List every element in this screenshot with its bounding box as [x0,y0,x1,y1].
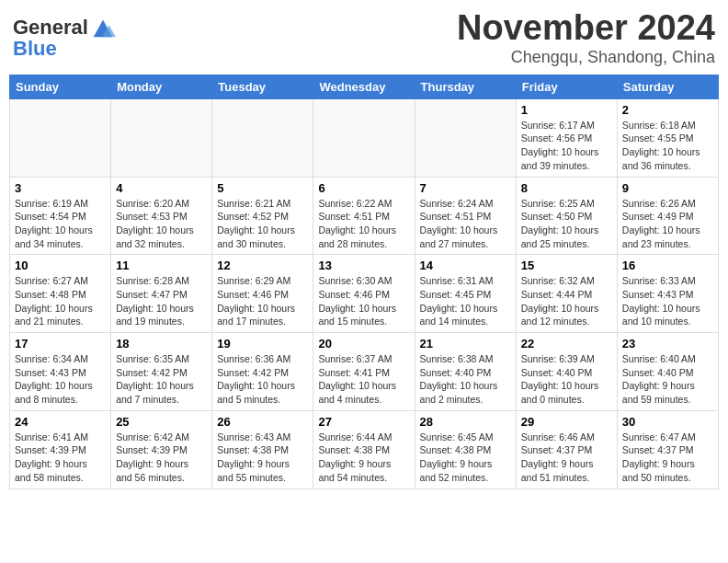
day-number: 25 [116,415,207,429]
calendar-cell: 22Sunrise: 6:39 AM Sunset: 4:40 PM Dayli… [516,333,617,411]
page-header: General Blue November 2024 Chengqu, Shan… [9,9,719,67]
day-number: 20 [318,337,409,350]
day-info: Sunrise: 6:19 AM Sunset: 4:54 PM Dayligh… [15,197,106,251]
calendar-cell: 14Sunrise: 6:31 AM Sunset: 4:45 PM Dayli… [415,255,516,333]
logo: General Blue [13,15,116,61]
month-title: November 2024 [457,9,715,48]
weekday-header-saturday: Saturday [617,75,718,98]
day-number: 11 [116,259,207,272]
calendar-cell: 28Sunrise: 6:45 AM Sunset: 4:38 PM Dayli… [415,410,516,488]
calendar-cell: 9Sunrise: 6:26 AM Sunset: 4:49 PM Daylig… [617,177,718,255]
calendar-cell: 23Sunrise: 6:40 AM Sunset: 4:40 PM Dayli… [617,333,718,411]
weekday-header-friday: Friday [516,75,617,98]
day-info: Sunrise: 6:36 AM Sunset: 4:42 PM Dayligh… [217,352,308,407]
calendar-week-1: 1Sunrise: 6:17 AM Sunset: 4:56 PM Daylig… [10,98,719,177]
day-number: 7 [420,181,511,195]
day-number: 15 [521,259,612,272]
day-number: 13 [318,259,409,272]
location-subtitle: Chengqu, Shandong, China [457,48,715,67]
calendar-week-5: 24Sunrise: 6:41 AM Sunset: 4:39 PM Dayli… [10,410,719,488]
day-number: 8 [521,181,612,195]
calendar-cell [415,98,516,177]
day-info: Sunrise: 6:44 AM Sunset: 4:38 PM Dayligh… [318,431,409,485]
day-number: 3 [15,181,106,195]
day-info: Sunrise: 6:28 AM Sunset: 4:47 PM Dayligh… [116,274,207,328]
calendar-cell: 20Sunrise: 6:37 AM Sunset: 4:41 PM Dayli… [313,333,415,411]
day-info: Sunrise: 6:32 AM Sunset: 4:44 PM Dayligh… [521,274,612,328]
calendar-cell: 18Sunrise: 6:35 AM Sunset: 4:42 PM Dayli… [111,333,212,411]
day-number: 29 [521,415,612,429]
calendar-cell: 13Sunrise: 6:30 AM Sunset: 4:46 PM Dayli… [313,255,415,333]
day-number: 12 [217,259,308,272]
day-info: Sunrise: 6:29 AM Sunset: 4:46 PM Dayligh… [217,274,308,328]
calendar-cell: 25Sunrise: 6:42 AM Sunset: 4:39 PM Dayli… [111,410,212,488]
day-info: Sunrise: 6:46 AM Sunset: 4:37 PM Dayligh… [521,431,612,485]
weekday-header-thursday: Thursday [415,75,516,98]
day-number: 1 [521,103,612,117]
day-number: 26 [217,415,308,429]
day-number: 24 [15,415,106,429]
day-info: Sunrise: 6:21 AM Sunset: 4:52 PM Dayligh… [217,197,308,251]
calendar-cell: 11Sunrise: 6:28 AM Sunset: 4:47 PM Dayli… [111,255,212,333]
calendar-cell: 29Sunrise: 6:46 AM Sunset: 4:37 PM Dayli… [516,410,617,488]
weekday-header-monday: Monday [111,75,212,98]
weekday-header-sunday: Sunday [10,75,111,98]
day-info: Sunrise: 6:25 AM Sunset: 4:50 PM Dayligh… [521,197,612,251]
day-number: 16 [622,259,713,272]
calendar-table: SundayMondayTuesdayWednesdayThursdayFrid… [9,75,719,489]
day-info: Sunrise: 6:26 AM Sunset: 4:49 PM Dayligh… [622,197,713,251]
day-info: Sunrise: 6:39 AM Sunset: 4:40 PM Dayligh… [521,352,612,407]
calendar-cell: 26Sunrise: 6:43 AM Sunset: 4:38 PM Dayli… [212,410,313,488]
calendar-cell: 4Sunrise: 6:20 AM Sunset: 4:53 PM Daylig… [111,177,212,255]
day-number: 2 [622,103,713,117]
day-info: Sunrise: 6:41 AM Sunset: 4:39 PM Dayligh… [15,431,106,485]
day-info: Sunrise: 6:33 AM Sunset: 4:43 PM Dayligh… [622,274,713,328]
calendar-cell [212,98,313,177]
day-info: Sunrise: 6:17 AM Sunset: 4:56 PM Dayligh… [521,119,612,173]
day-info: Sunrise: 6:37 AM Sunset: 4:41 PM Dayligh… [318,352,409,407]
calendar-cell: 8Sunrise: 6:25 AM Sunset: 4:50 PM Daylig… [516,177,617,255]
calendar-cell: 6Sunrise: 6:22 AM Sunset: 4:51 PM Daylig… [313,177,415,255]
calendar-cell: 3Sunrise: 6:19 AM Sunset: 4:54 PM Daylig… [10,177,111,255]
weekday-header-wednesday: Wednesday [313,75,415,98]
day-info: Sunrise: 6:24 AM Sunset: 4:51 PM Dayligh… [420,197,511,251]
day-info: Sunrise: 6:31 AM Sunset: 4:45 PM Dayligh… [420,274,511,328]
calendar-cell: 30Sunrise: 6:47 AM Sunset: 4:37 PM Dayli… [617,410,718,488]
day-number: 21 [420,337,511,350]
day-number: 17 [15,337,106,350]
day-number: 30 [622,415,713,429]
day-info: Sunrise: 6:20 AM Sunset: 4:53 PM Dayligh… [116,197,207,251]
calendar-cell [10,98,111,177]
day-number: 6 [318,181,409,195]
calendar-cell: 27Sunrise: 6:44 AM Sunset: 4:38 PM Dayli… [313,410,415,488]
day-number: 10 [15,259,106,272]
calendar-cell [313,98,415,177]
day-number: 23 [622,337,713,350]
day-info: Sunrise: 6:42 AM Sunset: 4:39 PM Dayligh… [116,431,207,485]
calendar-cell: 5Sunrise: 6:21 AM Sunset: 4:52 PM Daylig… [212,177,313,255]
calendar-cell: 2Sunrise: 6:18 AM Sunset: 4:55 PM Daylig… [617,98,718,177]
calendar-week-3: 10Sunrise: 6:27 AM Sunset: 4:48 PM Dayli… [10,255,719,333]
day-number: 9 [622,181,713,195]
day-info: Sunrise: 6:35 AM Sunset: 4:42 PM Dayligh… [116,352,207,407]
calendar-cell: 24Sunrise: 6:41 AM Sunset: 4:39 PM Dayli… [10,410,111,488]
weekday-header-tuesday: Tuesday [212,75,313,98]
day-info: Sunrise: 6:22 AM Sunset: 4:51 PM Dayligh… [318,197,409,251]
day-info: Sunrise: 6:38 AM Sunset: 4:40 PM Dayligh… [420,352,511,407]
logo-icon [90,15,116,40]
calendar-cell: 17Sunrise: 6:34 AM Sunset: 4:43 PM Dayli… [10,333,111,411]
day-number: 22 [521,337,612,350]
day-info: Sunrise: 6:45 AM Sunset: 4:38 PM Dayligh… [420,431,511,485]
day-number: 18 [116,337,207,350]
calendar-cell: 1Sunrise: 6:17 AM Sunset: 4:56 PM Daylig… [516,98,617,177]
day-number: 14 [420,259,511,272]
calendar-cell: 7Sunrise: 6:24 AM Sunset: 4:51 PM Daylig… [415,177,516,255]
day-info: Sunrise: 6:18 AM Sunset: 4:55 PM Dayligh… [622,119,713,173]
day-info: Sunrise: 6:43 AM Sunset: 4:38 PM Dayligh… [217,431,308,485]
logo-text: General [13,17,88,39]
day-info: Sunrise: 6:34 AM Sunset: 4:43 PM Dayligh… [15,352,106,407]
calendar-cell: 16Sunrise: 6:33 AM Sunset: 4:43 PM Dayli… [617,255,718,333]
day-info: Sunrise: 6:40 AM Sunset: 4:40 PM Dayligh… [622,352,713,407]
title-block: November 2024 Chengqu, Shandong, China [457,9,715,67]
day-info: Sunrise: 6:27 AM Sunset: 4:48 PM Dayligh… [15,274,106,328]
